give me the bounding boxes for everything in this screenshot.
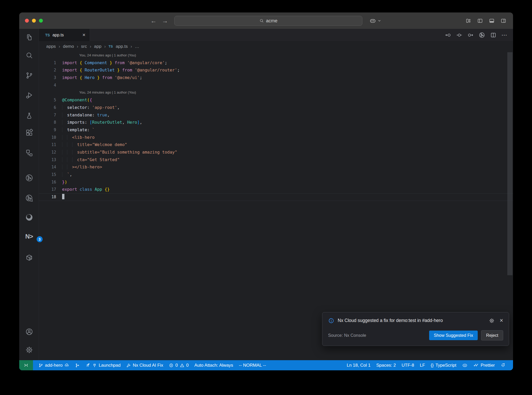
braces-icon: {} (431, 363, 434, 368)
nx-cloud-fix-status[interactable]: Nx Cloud AI Fix (123, 363, 166, 368)
copilot-icon (369, 17, 376, 24)
copilot-status[interactable] (459, 363, 470, 368)
split-editor-icon[interactable] (490, 32, 496, 38)
breadcrumb-separator: › (90, 44, 91, 49)
code-line[interactable]: 11 title="Welcmoe demo" (39, 141, 513, 149)
copilot-icon (462, 363, 468, 368)
reject-button[interactable]: Reject (481, 330, 503, 340)
testing-icon[interactable] (19, 112, 39, 120)
info-icon (328, 318, 334, 324)
breadcrumb-item[interactable]: src (81, 44, 87, 49)
search-view-icon[interactable] (19, 51, 39, 60)
indentation-status[interactable]: Spaces: 2 (373, 363, 399, 368)
tab-close-icon[interactable]: × (82, 32, 85, 38)
notification-title: Nx Cloud suggested a fix for demo:test i… (338, 318, 486, 323)
next-change-icon[interactable] (467, 32, 474, 38)
code-line[interactable]: 8 imports: [RouterOutlet, Hero], (39, 119, 513, 126)
toggle-sidebar-right-icon[interactable] (501, 18, 506, 24)
code-line[interactable]: 16}) (39, 179, 513, 186)
code-line[interactable]: 18 (39, 193, 513, 201)
nx-fix-label: Nx Cloud AI Fix (133, 363, 163, 368)
remote-indicator[interactable] (19, 360, 33, 370)
git-graph-status[interactable] (72, 363, 83, 368)
breadcrumb-more[interactable]: … (135, 44, 139, 49)
more-actions-icon[interactable]: ⋯ (501, 32, 507, 38)
breadcrumb-item[interactable]: apps (46, 44, 56, 49)
notification-settings-icon[interactable] (489, 318, 495, 324)
show-suggested-fix-button[interactable]: Show Suggested Fix (429, 331, 478, 340)
settings-gear-icon[interactable] (19, 346, 39, 354)
toggle-sidebar-left-icon[interactable] (477, 18, 483, 24)
account-icon[interactable] (19, 328, 39, 336)
code-line[interactable]: 15 `, (39, 171, 513, 179)
notification-close-icon[interactable]: × (500, 317, 503, 324)
nx-console-icon[interactable] (19, 174, 39, 182)
status-bar: add-hero Launchpad Nx Cloud AI Fix 0 0 A… (19, 360, 513, 370)
previous-change-icon[interactable] (445, 32, 451, 38)
zoom-window-button[interactable] (39, 19, 43, 23)
codelens-row[interactable]: You, 24 minutes ago | 1 author (You) (39, 52, 513, 59)
language-mode-status[interactable]: {}TypeScript (428, 363, 459, 368)
error-count: 0 (175, 363, 178, 368)
formatter-status[interactable]: ✓✓Prettier (470, 363, 498, 368)
customize-layout-icon[interactable] (466, 18, 471, 24)
command-center-search[interactable]: acme (174, 16, 362, 26)
editor-scrollbar[interactable] (507, 52, 513, 275)
edge-browser-icon[interactable] (19, 213, 39, 222)
run-debug-icon[interactable] (19, 91, 39, 99)
wrench-icon (126, 363, 131, 368)
code-rows: You, 24 minutes ago | 1 author (You)1imp… (39, 52, 513, 201)
tab-app-ts[interactable]: TS app.ts × (39, 29, 90, 41)
copilot-menu[interactable] (369, 12, 381, 29)
project-structure-icon[interactable] (19, 149, 39, 157)
search-value: acme (266, 18, 277, 24)
breadcrumb-item[interactable]: app (94, 44, 101, 49)
nx-cloud-icon[interactable] (19, 194, 39, 202)
code-line[interactable]: 5@Component({ (39, 96, 513, 104)
current-change-icon[interactable] (456, 32, 462, 38)
bell-icon (501, 363, 506, 368)
problems-status[interactable]: 0 0 (166, 363, 191, 368)
history-forward-icon[interactable]: → (162, 17, 168, 24)
editor-area: TS app.ts × ⋯ apps› demo› src› app› (39, 29, 513, 360)
vim-mode-status[interactable]: -- NORMAL -- (236, 363, 269, 368)
code-line[interactable]: 2import { RouterOutlet } from '@angular/… (39, 67, 513, 74)
warning-icon (180, 363, 184, 368)
notifications-status[interactable] (498, 363, 508, 368)
code-line[interactable]: 9 template: ` (39, 126, 513, 134)
code-line[interactable]: 4 (39, 82, 513, 89)
nx-run-target-icon[interactable] (478, 32, 485, 38)
code-line[interactable]: 10 <lib-hero (39, 134, 513, 141)
code-line[interactable]: 6 selector: 'app-root', (39, 104, 513, 111)
breadcrumb-item[interactable]: demo (63, 44, 74, 49)
code-line[interactable]: 13 cta="Get Started" (39, 156, 513, 164)
encoding-status[interactable]: UTF-8 (399, 363, 417, 368)
code-editor[interactable]: You, 24 minutes ago | 1 author (You)1imp… (39, 52, 513, 201)
minimize-window-button[interactable] (32, 19, 36, 23)
code-line[interactable]: 1import { Component } from '@angular/cor… (39, 59, 513, 67)
source-control-icon[interactable] (19, 71, 39, 80)
code-line[interactable]: 7 standalone: true, (39, 111, 513, 119)
codelens-row[interactable]: You, 24 minutes ago | 1 author (You) (39, 89, 513, 96)
extensions-icon[interactable] (19, 129, 39, 137)
history-back-icon[interactable]: ← (150, 17, 157, 24)
code-line[interactable]: 14 ></lib-hero> (39, 163, 513, 171)
git-graph-icon (75, 363, 80, 368)
double-check-icon: ✓✓ (473, 363, 479, 368)
code-line[interactable]: 12 subtitle="Build something amazing tod… (39, 149, 513, 156)
code-line[interactable]: 3import { Hero } from '@acme/ui'; (39, 74, 513, 82)
cursor-position-status[interactable]: Ln 18, Col 1 (344, 363, 374, 368)
containers-icon[interactable] (19, 254, 39, 262)
eol-status[interactable]: LF (417, 363, 428, 368)
branch-name: add-hero (45, 363, 63, 368)
nx-extension-icon[interactable]: N>3 (19, 233, 39, 240)
breadcrumb-file[interactable]: app.ts (116, 44, 128, 49)
toggle-panel-icon[interactable] (489, 18, 495, 24)
notification-source: Source: Nx Console (328, 333, 429, 338)
explorer-icon[interactable] (19, 33, 39, 41)
close-window-button[interactable] (25, 19, 29, 23)
auto-attach-status[interactable]: Auto Attach: Always (191, 363, 236, 368)
launchpad-status[interactable]: Launchpad (83, 363, 123, 368)
branch-status[interactable]: add-hero (36, 363, 72, 368)
code-line[interactable]: 17export class App {} (39, 186, 513, 193)
